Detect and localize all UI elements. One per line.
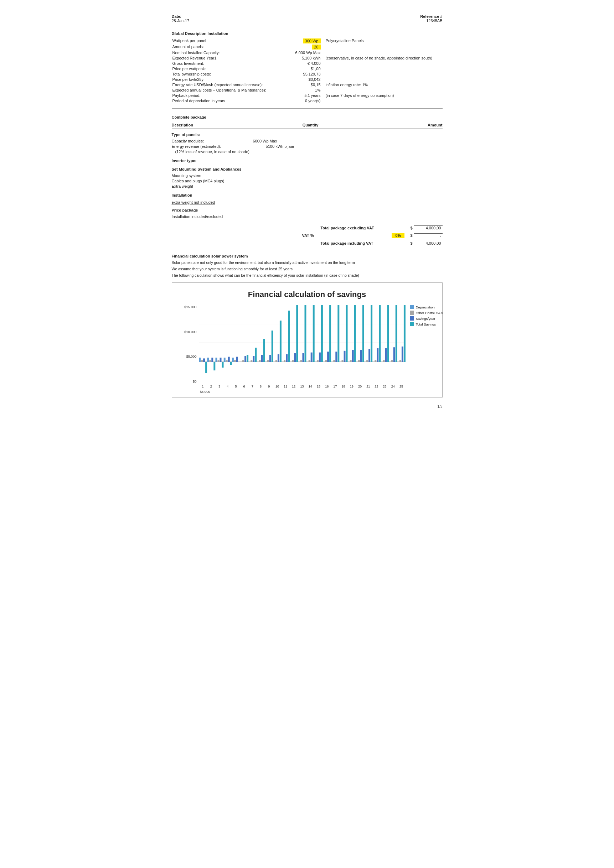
chart-bar (271, 330, 273, 362)
chart-bar (329, 305, 331, 362)
legend-label: Savings/year (416, 317, 435, 321)
global-info-row: Total ownership costs:$5.129,73 (172, 71, 443, 77)
totals-section: Total package excluding VAT $ 4.000,00 V… (172, 225, 443, 247)
x-axis-label: 16 (323, 385, 331, 388)
financial-section-title: Financial calculation solar power system (172, 254, 443, 258)
price-package-title: Price package (172, 208, 443, 212)
y-axis-label: $0 (179, 379, 197, 383)
chart-bar (393, 347, 395, 362)
chart-bar (203, 358, 205, 362)
info-row-value: 5.100 kWh (275, 55, 322, 60)
chart-bar (255, 348, 256, 362)
total-incl-row: Total package including VAT $ 4.000,00 (172, 241, 443, 245)
global-info-row: Energy rate USD/$/kwh (expected annual i… (172, 82, 443, 87)
financial-intro-line: The following calculation shows what can… (172, 273, 443, 277)
document-header: Date: 28-Jan-17 Reference # 12345AB (172, 14, 443, 23)
col-amount: Amount (427, 123, 443, 127)
info-row-label: Gross Investment: (172, 60, 275, 66)
chart-bar (354, 305, 356, 362)
chart-bar (358, 360, 359, 362)
y-axis-label: $10.000 (179, 330, 197, 334)
info-row-note (322, 77, 443, 82)
info-row-note (322, 66, 443, 71)
financial-intro-line: Solar panels are not only good for the e… (172, 260, 443, 265)
info-row-note (322, 60, 443, 66)
inverter-type-title: Inverter type: (172, 158, 443, 163)
info-row-value: 5,1 years (275, 93, 322, 98)
info-row-note: (conservative, in case of no shade, appo… (322, 55, 443, 60)
chart-bar (205, 362, 207, 373)
chart-bar (213, 362, 215, 370)
total-excl-dollar: $ (410, 226, 412, 230)
global-info-row: Expected Revenue Year15.100 kWh(conserva… (172, 55, 443, 60)
chart-bar (350, 360, 351, 362)
chart-bar (207, 358, 209, 362)
info-row-label: Expected annual costs + Operational & Ma… (172, 87, 275, 93)
info-row-label: Nominal Installed Capacity: (172, 50, 275, 55)
chart-bar (288, 311, 290, 362)
reference-value: 12345AB (420, 19, 442, 23)
chart-bar (253, 356, 255, 362)
chart-svg (199, 305, 406, 380)
chart-bar (395, 305, 397, 362)
total-excl-row: Total package excluding VAT $ 4.000,00 (172, 225, 443, 230)
x-axis-label: 23 (381, 385, 389, 388)
info-row-value: 1% (275, 87, 322, 93)
chart-bar (232, 358, 233, 362)
x-axis-label: 20 (356, 385, 364, 388)
x-axis-label: 1 (199, 385, 207, 388)
x-axis-label: 21 (364, 385, 372, 388)
y-axis-labels: $15.000$10.000$5.000$0 (179, 305, 199, 383)
legend-color-box (410, 311, 414, 315)
chart-bar (344, 351, 345, 362)
info-row-note (322, 44, 443, 50)
chart-bar (377, 348, 378, 362)
chart-bar (325, 360, 327, 362)
chart-bar (286, 354, 288, 362)
package-section-title: Complete package (172, 115, 443, 119)
chart-bar (375, 360, 376, 362)
chart-bar (333, 360, 335, 362)
extra-weight-link[interactable]: extra weight not included (172, 200, 215, 205)
legend-label: Depreciation (416, 305, 435, 309)
chart-bar (201, 360, 203, 362)
chart-bar (321, 305, 322, 362)
legend-color-box (410, 316, 414, 321)
info-row-value: 300 Wp (275, 38, 322, 44)
x-axis-label: 3 (215, 385, 224, 388)
installation-included-row: Installation included/excluded (172, 214, 443, 219)
chart-bar (401, 347, 403, 362)
total-incl-label: Total package including VAT (320, 241, 406, 245)
chart-body-with-legend: $15.000$10.000$5.000$0 12345678910111213… (179, 305, 435, 394)
chart-bar (391, 360, 393, 362)
chart-bar (366, 360, 368, 362)
chart-main: $15.000$10.000$5.000$0 12345678910111213… (179, 305, 406, 394)
global-info-row: Price per kwh/25y:$0,042 (172, 77, 443, 82)
x-axis-label: 13 (298, 385, 306, 388)
legend-color-box (410, 305, 414, 309)
energy-value: 5100 kWh p jaar (266, 144, 294, 149)
info-row-label: Amount of panels: (172, 44, 275, 50)
extra-weight-link-row: extra weight not included (172, 200, 443, 205)
legend-item: Savings/year (410, 316, 445, 321)
chart-bar (215, 358, 217, 362)
chart-bar (296, 305, 298, 362)
x-axis-label: 25 (397, 385, 405, 388)
x-axis-label: 18 (339, 385, 347, 388)
chart-bar (199, 358, 201, 362)
legend-item: Other Costs+O&M (410, 311, 445, 315)
info-row-value: 0 year(s) (275, 98, 322, 103)
chart-bar (371, 305, 372, 362)
chart-bar (362, 305, 364, 362)
chart-bar (261, 355, 263, 362)
energy-label: Energy revenue (estimated): (172, 144, 221, 149)
x-axis-label: 10 (273, 385, 281, 388)
mounting-section-title: Set Mounting System and Appliances (172, 167, 443, 171)
x-axis-label: 12 (290, 385, 298, 388)
x-axis-label: 2 (207, 385, 215, 388)
chart-bar (341, 360, 343, 362)
global-info-row: Payback period:5,1 years(in case 7 days … (172, 93, 443, 98)
info-row-value: € 4.000 (275, 60, 322, 66)
chart-bar (379, 305, 381, 362)
chart-bar (316, 360, 318, 362)
